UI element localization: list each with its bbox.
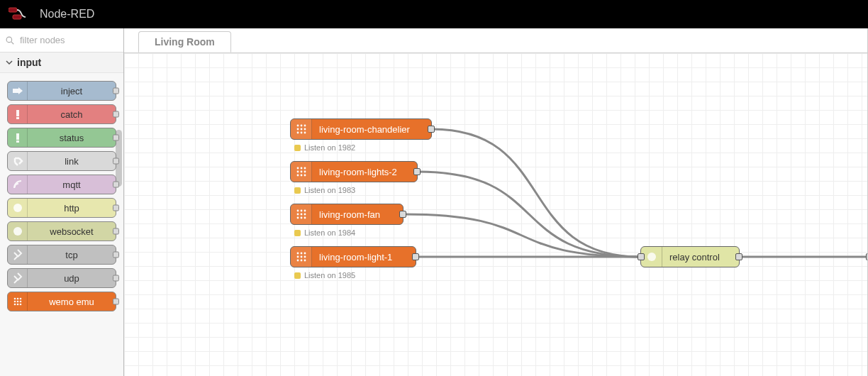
search-icon — [6, 36, 14, 45]
node-port — [113, 88, 119, 94]
filter-nodes-field[interactable] — [0, 28, 123, 52]
svg-point-51 — [300, 256, 302, 258]
svg-point-30 — [300, 167, 302, 170]
status-icon — [8, 128, 28, 147]
svg-point-23 — [296, 128, 299, 131]
output-port[interactable] — [413, 168, 421, 175]
palette-node-inject[interactable]: inject — [7, 81, 116, 101]
output-port[interactable] — [735, 253, 742, 260]
chevron-down-icon — [6, 59, 13, 66]
flow-wire[interactable] — [404, 214, 640, 257]
node-port — [113, 228, 119, 235]
svg-point-44 — [296, 217, 299, 219]
svg-point-34 — [304, 171, 306, 173]
link-icon — [8, 152, 28, 170]
palette-node-websocket[interactable]: websocket — [7, 221, 116, 241]
svg-point-50 — [296, 256, 299, 258]
palette-sidebar: input injectcatchstatuslinkmqtthttpwebso… — [0, 28, 124, 376]
svg-point-15 — [16, 301, 18, 303]
node-status: Listen on 1982 — [294, 143, 355, 152]
svg-point-25 — [304, 128, 306, 131]
node-icon — [291, 162, 312, 182]
mqtt-icon — [8, 175, 28, 194]
svg-point-42 — [300, 214, 302, 216]
svg-line-3 — [11, 41, 13, 43]
websocket-icon — [8, 222, 28, 240]
svg-rect-1 — [13, 15, 21, 19]
svg-point-53 — [296, 260, 299, 262]
svg-point-31 — [304, 167, 306, 170]
flow-node-n4[interactable]: living-room-light-1Listen on 1985 — [290, 246, 416, 267]
svg-point-16 — [19, 301, 21, 303]
inject-icon — [8, 82, 28, 100]
node-icon — [291, 247, 312, 267]
svg-point-28 — [304, 132, 306, 134]
svg-point-41 — [296, 214, 299, 216]
flow-wire[interactable] — [418, 172, 640, 257]
svg-rect-4 — [13, 89, 18, 93]
input-port[interactable] — [866, 253, 867, 260]
node-red-logo-icon — [9, 6, 33, 23]
palette-node-link[interactable]: link — [7, 151, 116, 171]
svg-point-14 — [13, 301, 16, 303]
palette-node-http[interactable]: http — [7, 198, 116, 218]
flow-node-n1[interactable]: living-room-chandelierListen on 1982 — [290, 118, 432, 140]
node-port — [113, 275, 119, 282]
catch-icon — [8, 105, 28, 123]
svg-point-56 — [647, 253, 656, 261]
node-status: Listen on 1983 — [294, 186, 355, 194]
node-port — [113, 158, 119, 165]
input-port[interactable] — [638, 253, 645, 260]
tab-living-room[interactable]: Living Room — [138, 31, 231, 52]
svg-point-54 — [300, 260, 302, 262]
svg-point-19 — [19, 304, 21, 306]
filter-nodes-input[interactable] — [18, 34, 118, 46]
palette-node-wemo-emu[interactable]: wemo emu — [7, 292, 116, 311]
svg-point-39 — [300, 210, 302, 212]
svg-rect-8 — [16, 140, 19, 143]
flow-wire[interactable] — [432, 129, 640, 257]
palette-node-udp[interactable]: udp — [7, 268, 116, 288]
http-icon — [8, 199, 28, 217]
svg-point-45 — [300, 217, 302, 219]
tcp-icon — [8, 245, 28, 264]
svg-point-17 — [13, 304, 16, 306]
node-icon — [291, 204, 312, 224]
svg-point-37 — [304, 175, 306, 177]
palette-node-tcp[interactable]: tcp — [7, 245, 116, 265]
node-status: Listen on 1984 — [294, 228, 355, 237]
svg-point-18 — [16, 304, 18, 306]
flow-node-relay[interactable]: relay control — [640, 246, 740, 267]
palette-node-mqtt[interactable]: mqtt — [7, 175, 116, 194]
svg-point-24 — [300, 128, 302, 131]
svg-point-12 — [16, 298, 18, 300]
svg-point-49 — [304, 253, 306, 255]
svg-point-52 — [304, 256, 306, 258]
output-port[interactable] — [412, 253, 419, 260]
palette-category-input[interactable]: input — [0, 52, 123, 73]
app-header: Node-RED — [0, 0, 868, 28]
svg-point-48 — [300, 253, 302, 255]
svg-point-9 — [13, 204, 22, 212]
svg-point-10 — [13, 227, 22, 236]
wemo-emu-icon — [8, 292, 28, 311]
svg-point-33 — [300, 171, 302, 173]
node-status: Listen on 1985 — [294, 271, 355, 280]
svg-point-32 — [296, 171, 299, 173]
palette-node-catch[interactable]: catch — [7, 104, 116, 124]
output-port[interactable] — [399, 211, 406, 218]
svg-point-43 — [304, 214, 306, 216]
node-port — [113, 135, 119, 141]
svg-point-27 — [300, 132, 302, 134]
svg-point-26 — [296, 132, 299, 134]
svg-point-2 — [6, 37, 12, 43]
svg-point-20 — [296, 125, 299, 127]
tab-bar: Living Room — [124, 28, 867, 52]
node-port — [113, 111, 119, 118]
svg-point-40 — [304, 210, 306, 212]
flow-node-n3[interactable]: living-room-fanListen on 1984 — [290, 204, 404, 225]
flow-node-n2[interactable]: living-room-lights-2Listen on 1983 — [290, 161, 418, 182]
palette-node-status[interactable]: status — [7, 128, 116, 148]
output-port[interactable] — [428, 126, 435, 133]
flow-canvas[interactable]: living-room-chandelierListen on 1982livi… — [124, 52, 867, 376]
